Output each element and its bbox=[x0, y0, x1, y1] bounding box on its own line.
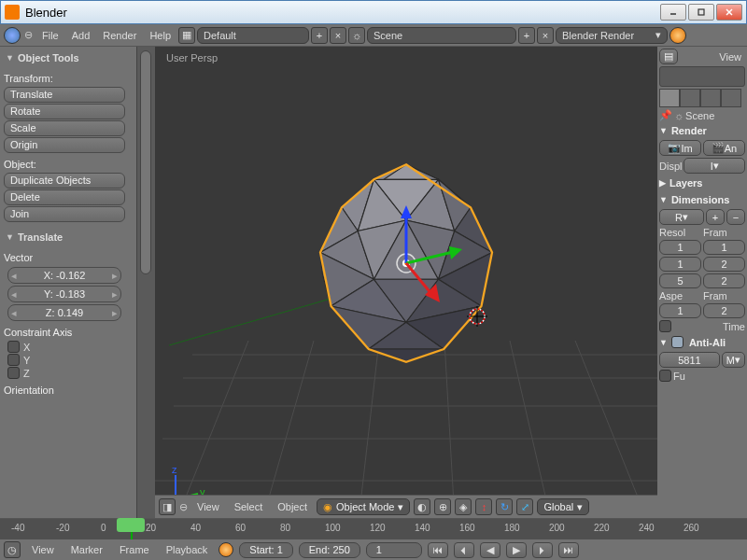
frame-end-field[interactable]: End: 250 bbox=[299, 542, 360, 558]
frame-start-field[interactable]: 1 bbox=[703, 240, 745, 255]
3d-viewport[interactable]: User Persp bbox=[155, 47, 657, 518]
vp-n-view[interactable]: View bbox=[715, 51, 745, 63]
constraint-x-checkbox[interactable]: X bbox=[7, 341, 129, 353]
screen-icon[interactable]: ▦ bbox=[178, 27, 195, 44]
editor-3dview-icon[interactable]: ◨ bbox=[159, 498, 176, 515]
manip-scale-icon[interactable]: ⤢ bbox=[516, 498, 533, 515]
frame-end-field[interactable]: 2 bbox=[703, 257, 745, 272]
play-reverse-icon[interactable]: ◀ bbox=[480, 542, 500, 558]
render-image-button[interactable]: 📷Im bbox=[659, 140, 701, 156]
timeline-track[interactable]: -40-200204060801001201401601802002202402… bbox=[0, 519, 747, 539]
preset-selector[interactable]: R ▾ bbox=[659, 209, 704, 225]
scene-selector[interactable]: Scene bbox=[367, 27, 516, 44]
minimize-button[interactable] bbox=[660, 4, 686, 21]
tab-scene-icon[interactable] bbox=[680, 89, 700, 107]
manipulator-gizmo[interactable] bbox=[341, 198, 472, 329]
close-button[interactable] bbox=[716, 4, 742, 21]
rotate-button[interactable]: Rotate bbox=[4, 104, 125, 119]
manip-translate-icon[interactable]: ↕ bbox=[475, 498, 492, 515]
frame-current-field[interactable]: 1 bbox=[366, 542, 422, 558]
menu-add[interactable]: Add bbox=[66, 28, 96, 43]
playhead[interactable] bbox=[131, 519, 133, 539]
panel-dimensions[interactable]: Dimensions bbox=[659, 192, 745, 207]
layout-add-icon[interactable]: + bbox=[311, 27, 328, 44]
mode-selector[interactable]: ◉Object Mode▾ bbox=[317, 498, 410, 515]
toolshelf-scrollbar[interactable] bbox=[136, 47, 155, 518]
vector-x-field[interactable]: X: -0.162 bbox=[7, 267, 121, 284]
fps-field[interactable]: 2 bbox=[703, 303, 745, 318]
scene-del-icon[interactable]: × bbox=[537, 27, 554, 44]
engine-selector[interactable]: Blender Render▾ bbox=[556, 27, 668, 44]
preset-add-icon[interactable]: + bbox=[706, 209, 725, 225]
pivot-icon[interactable]: ⊕ bbox=[434, 498, 451, 515]
res-pct-field[interactable]: 5 bbox=[659, 273, 701, 288]
frame-start-field[interactable]: Start: 1 bbox=[239, 542, 292, 558]
editor-timeline-icon[interactable]: ◷ bbox=[4, 541, 21, 558]
timeline-tick-label: -20 bbox=[56, 523, 69, 533]
outliner-tree[interactable] bbox=[659, 66, 745, 87]
keyframe-next-icon[interactable]: ⏵ bbox=[532, 542, 553, 558]
border-checkbox[interactable] bbox=[659, 320, 671, 332]
jump-end-icon[interactable]: ⏭ bbox=[558, 542, 579, 558]
panel-object-tools[interactable]: Object Tools bbox=[4, 50, 133, 67]
aspect-x-field[interactable]: 1 bbox=[659, 303, 701, 318]
tl-menu-frame[interactable]: Frame bbox=[114, 542, 155, 557]
res-y-field[interactable]: 1 bbox=[659, 257, 701, 272]
origin-button[interactable]: Origin bbox=[4, 137, 125, 153]
window-title: Blender bbox=[25, 6, 658, 20]
panel-antialias[interactable]: Anti-Ali bbox=[659, 334, 745, 350]
res-x-field[interactable]: 1 bbox=[659, 240, 701, 255]
outliner-icon[interactable]: ▤ bbox=[659, 49, 678, 64]
vector-z-field[interactable]: Z: 0.149 bbox=[7, 304, 121, 321]
display-selector[interactable]: I ▾ bbox=[684, 158, 745, 174]
vector-y-field[interactable]: Y: -0.183 bbox=[7, 286, 121, 302]
timeline-tick-label: 260 bbox=[684, 523, 699, 533]
preset-del-icon[interactable]: − bbox=[726, 209, 745, 225]
orientation-selector[interactable]: Global▾ bbox=[537, 498, 589, 515]
translate-button[interactable]: Translate bbox=[4, 87, 125, 103]
tl-menu-view[interactable]: View bbox=[26, 542, 60, 557]
scene-icon[interactable]: ☼ bbox=[348, 27, 365, 44]
fullsample-checkbox[interactable] bbox=[659, 370, 671, 382]
frame-step-field[interactable]: 2 bbox=[703, 273, 745, 288]
tl-menu-marker[interactable]: Marker bbox=[65, 542, 108, 557]
scene-add-icon[interactable]: + bbox=[518, 27, 535, 44]
aa-mode[interactable]: M▾ bbox=[722, 352, 745, 368]
join-button[interactable]: Join bbox=[4, 206, 125, 222]
panel-layers[interactable]: Layers bbox=[659, 175, 745, 190]
menu-collapse-icon[interactable]: ⊖ bbox=[179, 501, 188, 513]
layout-selector[interactable]: Default bbox=[197, 27, 309, 44]
manip-rotate-icon[interactable]: ↻ bbox=[496, 498, 513, 515]
manip-toggle-icon[interactable]: ◈ bbox=[455, 498, 472, 515]
panel-translate[interactable]: Translate bbox=[4, 230, 133, 246]
aa-samples-field[interactable]: 5811 bbox=[659, 352, 720, 368]
menu-collapse-icon[interactable]: ⊖ bbox=[22, 29, 35, 41]
vp-menu-select[interactable]: Select bbox=[229, 499, 269, 514]
jump-start-icon[interactable]: ⏮ bbox=[428, 542, 448, 558]
tab-object-icon[interactable] bbox=[721, 89, 741, 107]
constraint-z-checkbox[interactable]: Z bbox=[7, 367, 129, 379]
layout-del-icon[interactable]: × bbox=[330, 27, 346, 44]
render-anim-button[interactable]: 🎬An bbox=[703, 140, 745, 156]
keyframe-prev-icon[interactable]: ⏴ bbox=[454, 542, 474, 558]
menu-help[interactable]: Help bbox=[144, 28, 176, 43]
duplicate-button[interactable]: Duplicate Objects bbox=[4, 173, 125, 189]
menu-render[interactable]: Render bbox=[97, 28, 142, 43]
play-icon[interactable]: ▶ bbox=[506, 542, 527, 558]
maximize-button[interactable] bbox=[688, 4, 714, 21]
delete-button[interactable]: Delete bbox=[4, 189, 125, 205]
tab-world-icon[interactable] bbox=[700, 89, 721, 107]
tl-menu-playback[interactable]: Playback bbox=[161, 542, 214, 557]
constraint-y-checkbox[interactable]: Y bbox=[7, 354, 129, 366]
pin-icon[interactable]: 📌 bbox=[659, 109, 672, 121]
scale-button[interactable]: Scale bbox=[4, 120, 125, 136]
vp-menu-view[interactable]: View bbox=[191, 499, 225, 514]
properties-tabs[interactable] bbox=[659, 89, 745, 107]
vp-menu-object[interactable]: Object bbox=[272, 499, 313, 514]
tab-render-icon[interactable] bbox=[659, 89, 680, 107]
editor-type-icon[interactable] bbox=[4, 27, 21, 44]
menu-file[interactable]: File bbox=[36, 28, 64, 43]
record-icon[interactable] bbox=[218, 542, 233, 557]
shading-icon[interactable]: ◐ bbox=[414, 498, 430, 515]
panel-render[interactable]: Render bbox=[659, 123, 745, 138]
